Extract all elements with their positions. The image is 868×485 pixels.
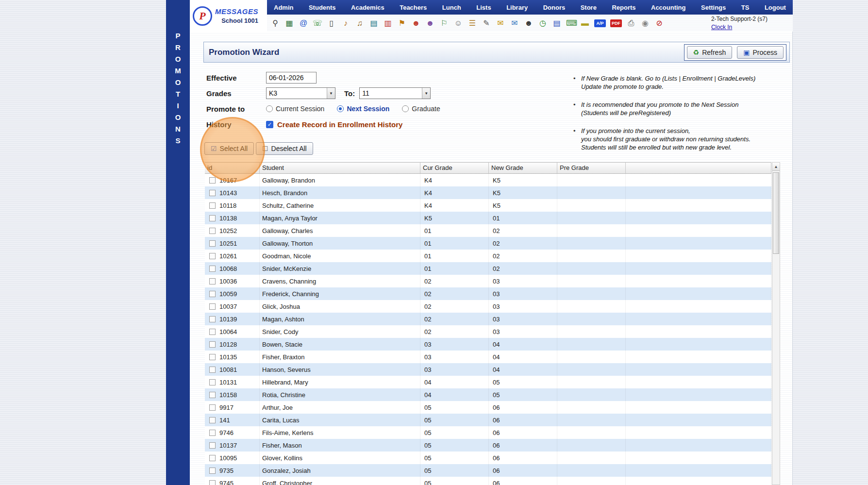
info-note: •It is recommended that you promote to t… [573, 100, 792, 117]
nav-item-lists[interactable]: Lists [476, 4, 491, 11]
column-header-New Grade[interactable]: New Grade [489, 163, 557, 173]
nav-item-academics[interactable]: Academics [351, 4, 384, 11]
mobile-phone-icon[interactable]: ▯ [327, 18, 336, 28]
nav-item-library[interactable]: Library [506, 4, 528, 11]
row-checkbox[interactable] [209, 442, 216, 449]
row-checkbox[interactable] [209, 291, 216, 297]
voice-call-icon[interactable]: ♫ [355, 18, 365, 28]
person-red-icon[interactable]: ☻ [411, 18, 421, 28]
effective-date-input[interactable] [266, 72, 317, 84]
column-header-id[interactable]: id [205, 163, 260, 173]
scrollbar-thumb[interactable] [773, 172, 779, 254]
envelope-gold-icon[interactable]: ✉ [496, 18, 505, 28]
row-checkbox[interactable] [209, 266, 216, 272]
column-header-extra[interactable] [626, 163, 771, 173]
nav-item-reports[interactable]: Reports [612, 4, 635, 11]
row-checkbox[interactable] [209, 240, 216, 247]
row-checkbox[interactable] [209, 480, 216, 485]
calendar-red-icon[interactable]: ▥ [383, 18, 393, 28]
grades-to-select[interactable]: 11 ▼ [359, 87, 431, 99]
calendar-grid-icon[interactable]: ▦ [284, 18, 294, 28]
row-checkbox[interactable] [209, 329, 216, 335]
nav-item-teachers[interactable]: Teachers [400, 4, 427, 11]
nav-item-admin[interactable]: Admin [274, 4, 293, 11]
ap-icon[interactable]: A/P [594, 19, 606, 27]
row-checkbox[interactable] [209, 177, 216, 184]
select-all-button[interactable]: ☑ Select All [204, 142, 254, 155]
money-icon[interactable]: ▬ [580, 18, 590, 28]
row-checkbox[interactable] [209, 392, 216, 398]
row-checkbox[interactable] [209, 190, 216, 196]
row-checkbox[interactable] [209, 303, 216, 310]
nav-item-lunch[interactable]: Lunch [442, 4, 461, 11]
cell-pre [557, 250, 626, 262]
table-row: 10036Cravens, Channing0203 [205, 275, 771, 287]
nav-item-students[interactable]: Students [309, 4, 336, 11]
column-header-Student[interactable]: Student [260, 163, 420, 173]
nav-item-store[interactable]: Store [581, 4, 597, 11]
row-checkbox[interactable] [209, 253, 216, 259]
row-checkbox[interactable] [209, 417, 216, 423]
clock-icon[interactable]: ◷ [538, 18, 548, 28]
lunch-icon[interactable]: ☰ [467, 18, 477, 28]
nav-item-logout[interactable]: Logout [765, 4, 786, 11]
grades-from-select[interactable]: K3 ▼ [266, 87, 335, 99]
cell-id: 10128 [205, 338, 260, 351]
cell-id: 9746 [205, 426, 260, 439]
email-at-icon[interactable]: @ [299, 18, 308, 28]
speaker-icon[interactable]: ♪ [341, 18, 351, 28]
cell-new: K5 [489, 199, 557, 212]
nav-item-accounting[interactable]: Accounting [651, 4, 686, 11]
row-checkbox[interactable] [209, 404, 216, 411]
row-checkbox[interactable] [209, 379, 216, 385]
row-checkbox[interactable] [209, 455, 216, 461]
notepad-icon[interactable]: ✎ [482, 18, 491, 28]
clock-in-link[interactable]: Clock In [711, 24, 732, 31]
pdf-icon[interactable]: PDF [610, 19, 622, 27]
stop-icon[interactable]: ⊘ [654, 18, 664, 28]
printer-icon[interactable]: ⎙ [626, 18, 636, 28]
deselect-all-button[interactable]: ☐ Deselect All [256, 142, 313, 155]
disc-icon[interactable]: ◉ [640, 18, 650, 28]
person-purple-icon[interactable]: ☻ [425, 18, 435, 28]
megaphone-icon[interactable]: ⚑ [397, 18, 407, 28]
row-checkbox[interactable] [209, 215, 216, 221]
row-checkbox[interactable] [209, 468, 216, 474]
people-icon[interactable]: ☺ [453, 18, 463, 28]
calendar-icon[interactable]: ▤ [369, 18, 379, 28]
promote-option-next-session[interactable]: Next Session [337, 105, 389, 113]
phone-icon[interactable]: ☏ [313, 18, 322, 28]
history-checkbox[interactable]: ✓ [266, 121, 273, 128]
row-checkbox[interactable] [209, 354, 216, 360]
column-header-Pre Grade[interactable]: Pre Grade [557, 163, 626, 173]
support-info: 2-Tech Support-2 (s7) Clock In [711, 16, 788, 31]
person-dark-icon[interactable]: ☻ [524, 18, 534, 28]
row-checkbox[interactable] [209, 341, 216, 348]
nav-item-settings[interactable]: Settings [701, 4, 726, 11]
row-checkbox[interactable] [209, 278, 216, 284]
info-notes: •If New Grade is blank. Go to (Lists | E… [573, 74, 792, 161]
list-form-icon[interactable]: ▤ [552, 18, 562, 28]
nav-item-ts[interactable]: TS [741, 4, 750, 11]
table-row: 10064Snider, Cody0203 [205, 325, 771, 338]
row-checkbox[interactable] [209, 367, 216, 373]
row-checkbox[interactable] [209, 430, 216, 436]
scroll-up-arrow-icon[interactable]: ▲ [772, 163, 780, 171]
promote-option-graduate[interactable]: Graduate [402, 105, 440, 113]
nav-item-donors[interactable]: Donors [543, 4, 566, 11]
cell-pre [557, 275, 626, 287]
cell-pre [557, 262, 626, 275]
row-checkbox[interactable] [209, 228, 216, 234]
table-row: 10081Hanson, Severus0304 [205, 363, 771, 376]
process-button[interactable]: ▣ Process [737, 46, 784, 59]
refresh-button[interactable]: ♻ Refresh [687, 46, 733, 59]
column-header-Cur Grade[interactable]: Cur Grade [420, 163, 489, 173]
row-checkbox[interactable] [209, 316, 216, 322]
table-scrollbar[interactable]: ▲ [772, 162, 780, 485]
keyboard-icon[interactable]: ⌨ [566, 18, 576, 28]
tag-icon[interactable]: ⚐ [439, 18, 449, 28]
envelope-send-icon[interactable]: ✉ [510, 18, 519, 28]
promote-option-current-session[interactable]: Current Session [266, 105, 324, 113]
row-checkbox[interactable] [209, 202, 216, 209]
search-icon[interactable]: ⚲ [270, 18, 280, 28]
